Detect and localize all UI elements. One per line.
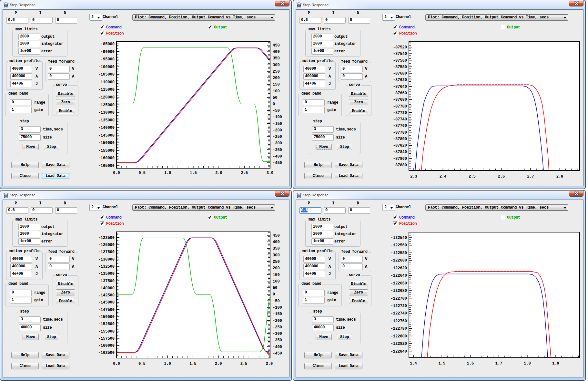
svg-text:-87880: -87880 <box>393 163 407 168</box>
svg-text:-152500: -152500 <box>98 322 115 326</box>
svg-text:-155000: -155000 <box>98 329 115 334</box>
svg-text:2.0: 2.0 <box>215 171 222 175</box>
svg-text:-87560: -87560 <box>393 58 407 63</box>
svg-text:-110000: -110000 <box>98 80 115 85</box>
svg-text:-87640: -87640 <box>393 85 407 89</box>
svg-text:-145000: -145000 <box>98 300 115 305</box>
svg-text:-165000: -165000 <box>98 164 115 168</box>
svg-text:1.9: 1.9 <box>552 361 559 366</box>
svg-text:-122840: -122840 <box>391 349 407 354</box>
svg-text:-122560: -122560 <box>391 243 407 248</box>
svg-text:-150: -150 <box>273 122 282 126</box>
svg-text:2.5: 2.5 <box>241 171 248 175</box>
svg-text:1.8: 1.8 <box>524 361 531 366</box>
svg-text:-87620: -87620 <box>393 78 407 82</box>
svg-text:-87760: -87760 <box>393 124 407 128</box>
svg-text:350: 350 <box>273 56 280 61</box>
svg-text:-150000: -150000 <box>98 141 115 145</box>
svg-text:-130000: -130000 <box>98 110 115 115</box>
svg-text:2.7: 2.7 <box>527 174 534 179</box>
svg-text:1.4: 1.4 <box>410 361 417 366</box>
svg-text:-87520: -87520 <box>393 45 407 50</box>
svg-text:-100000: -100000 <box>98 65 115 69</box>
svg-text:-400: -400 <box>273 345 282 349</box>
svg-text:-87720: -87720 <box>393 111 407 115</box>
svg-text:400: 400 <box>273 50 280 54</box>
svg-text:-120000: -120000 <box>98 95 115 100</box>
svg-text:200: 200 <box>273 76 280 80</box>
svg-text:-122500: -122500 <box>98 236 115 240</box>
svg-text:2.5: 2.5 <box>469 174 476 179</box>
svg-text:-127500: -127500 <box>98 250 115 254</box>
svg-text:-87840: -87840 <box>393 150 407 154</box>
svg-text:1.0: 1.0 <box>164 362 171 366</box>
svg-text:-122640: -122640 <box>391 273 407 278</box>
svg-text:2.6: 2.6 <box>498 174 505 179</box>
svg-text:-122780: -122780 <box>391 326 407 331</box>
svg-text:0.5: 0.5 <box>138 362 146 366</box>
svg-text:-87540: -87540 <box>393 52 407 56</box>
svg-text:200: 200 <box>273 266 280 271</box>
svg-text:-400: -400 <box>273 154 282 159</box>
svg-text:-162500: -162500 <box>98 351 115 355</box>
svg-text:-300: -300 <box>273 141 282 146</box>
svg-text:-122660: -122660 <box>391 281 407 286</box>
svg-text:-135000: -135000 <box>98 272 115 276</box>
svg-text:-87700: -87700 <box>393 104 407 109</box>
svg-text:-87600: -87600 <box>393 71 407 76</box>
svg-text:50: 50 <box>273 96 277 100</box>
svg-text:2.8: 2.8 <box>556 174 563 179</box>
svg-text:-122600: -122600 <box>391 258 407 263</box>
svg-text:-87680: -87680 <box>393 98 407 102</box>
svg-text:2.4: 2.4 <box>440 174 447 179</box>
svg-text:1.0: 1.0 <box>164 171 171 175</box>
svg-text:2.3: 2.3 <box>410 174 417 179</box>
svg-text:-87820: -87820 <box>393 143 407 148</box>
svg-text:250: 250 <box>273 69 280 74</box>
svg-text:-115000: -115000 <box>98 88 115 92</box>
svg-text:-122700: -122700 <box>391 296 407 301</box>
svg-text:-250: -250 <box>273 135 282 139</box>
svg-text:-87800: -87800 <box>393 137 407 141</box>
svg-text:0: 0 <box>273 102 275 107</box>
svg-text:350: 350 <box>273 246 280 251</box>
svg-text:-135000: -135000 <box>98 118 115 123</box>
svg-text:-87780: -87780 <box>393 130 407 135</box>
svg-text:-130000: -130000 <box>98 257 115 262</box>
svg-text:100: 100 <box>273 89 280 94</box>
svg-text:-122740: -122740 <box>391 311 407 316</box>
svg-text:-250: -250 <box>273 325 282 330</box>
svg-text:-87860: -87860 <box>393 157 407 161</box>
svg-text:-100: -100 <box>273 115 282 119</box>
svg-text:300: 300 <box>273 63 280 67</box>
svg-text:2.5: 2.5 <box>240 362 248 366</box>
svg-text:1.5: 1.5 <box>438 361 445 366</box>
svg-text:-87580: -87580 <box>393 65 407 69</box>
svg-text:400: 400 <box>273 240 280 244</box>
svg-text:50: 50 <box>273 286 277 290</box>
svg-text:-160000: -160000 <box>98 344 115 348</box>
svg-text:-150: -150 <box>273 312 282 316</box>
svg-text:-145000: -145000 <box>98 133 115 138</box>
svg-text:0.0: 0.0 <box>113 362 120 366</box>
svg-text:-87740: -87740 <box>393 117 407 122</box>
svg-text:-122720: -122720 <box>391 304 407 308</box>
svg-text:-142500: -142500 <box>98 293 115 298</box>
svg-text:-122800: -122800 <box>391 334 407 339</box>
svg-text:-87660: -87660 <box>393 91 407 96</box>
svg-text:150: 150 <box>273 82 280 87</box>
svg-text:-50: -50 <box>273 299 280 304</box>
svg-text:-150000: -150000 <box>98 315 115 319</box>
svg-text:-122620: -122620 <box>391 266 407 271</box>
svg-text:2.0: 2.0 <box>215 362 222 366</box>
svg-text:-147500: -147500 <box>98 308 115 312</box>
svg-text:-450: -450 <box>273 351 282 356</box>
svg-text:100: 100 <box>273 279 280 284</box>
svg-text:250: 250 <box>273 260 280 264</box>
svg-text:-122760: -122760 <box>391 319 407 324</box>
svg-text:-200: -200 <box>273 128 282 133</box>
svg-text:-350: -350 <box>273 338 282 343</box>
svg-text:-155000: -155000 <box>98 149 115 153</box>
svg-text:-140000: -140000 <box>98 126 115 130</box>
svg-text:1.6: 1.6 <box>467 361 474 366</box>
